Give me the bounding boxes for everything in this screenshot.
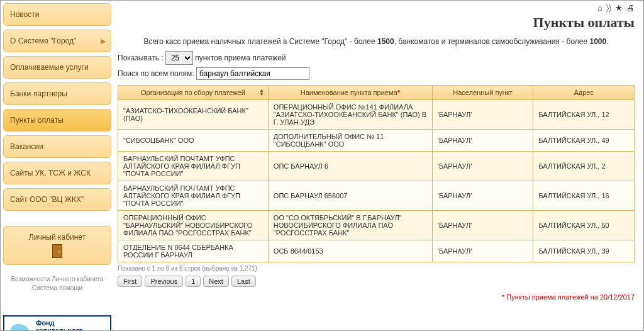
sidebar-item-3[interactable]: Банки-партнеры	[3, 82, 111, 105]
cell-name: ОПС БАРНАУЛ 656007	[268, 181, 432, 211]
cell-city: 'БАРНАУЛ'	[432, 240, 533, 262]
search-row: Поиск по всем полям:	[118, 67, 635, 80]
table-row: "АЗИАТСКО-ТИХООКЕАНСКИЙ БАНК" (ПАО)ОПЕРА…	[118, 100, 635, 130]
sidebar-item-0[interactable]: Новости	[3, 3, 111, 26]
cell-name: ОПЕРАЦИОННЫЙ ОФИС №141 ФИЛИАЛА "АЗИАТСКО…	[268, 100, 432, 130]
sidebar-item-label: Вакансии	[10, 142, 43, 151]
rss-icon[interactable]: 〉〉	[606, 3, 611, 13]
table-row: ОПЕРАЦИОННЫЙ ОФИС "БАРНАУЛЬСКИЙ" НОВОСИБ…	[118, 211, 635, 240]
fund-logo-icon	[8, 322, 33, 331]
cell-addr: БАЛТИЙСКАЯ УЛ., 2	[533, 152, 635, 181]
cell-org: БАРНАУЛЬСКИЙ ПОЧТАМТ УФПС АЛТАЙСКОГО КРА…	[118, 181, 269, 211]
pager: First Previous 1 Next Last	[118, 276, 635, 287]
sidebar-badge[interactable]: Фонд капитального ремонта МКД Алтайского…	[3, 315, 111, 331]
sidebar-item-6[interactable]: Сайты УК, ТСЖ и ЖСК	[3, 162, 111, 184]
sidebar-item-label: О Системе "Город"	[10, 36, 76, 45]
sidebar-item-label: Сайты УК, ТСЖ и ЖСК	[10, 169, 91, 177]
sidebar-cabinet[interactable]: Личный кабинет	[3, 226, 111, 265]
cell-org: ОТДЕЛЕНИЕ N 8644 СБЕРБАНКА РОССИИ Г БАРН…	[118, 240, 269, 262]
page-title: Пункты оплаты	[118, 14, 635, 31]
cell-name: ОСБ 8644/0153	[268, 240, 432, 262]
show-row: Показывать : 25 пунктов приема платежей	[118, 51, 635, 65]
footnote: * Пункты приема платежей на 20/12/2017	[118, 293, 635, 301]
pager-page-1[interactable]: 1	[186, 276, 201, 287]
table-row: БАРНАУЛЬСКИЙ ПОЧТАМТ УФПС АЛТАЙСКОГО КРА…	[118, 152, 635, 181]
sidebar-item-label: Новости	[10, 10, 39, 19]
cell-org: ОПЕРАЦИОННЫЙ ОФИС "БАРНАУЛЬСКИЙ" НОВОСИБ…	[118, 211, 269, 240]
cell-addr: БАЛТИЙСКАЯ УЛ., 39	[533, 240, 635, 262]
sidebar-item-4[interactable]: Пункты оплаты	[3, 109, 111, 132]
cell-org: "СИБСОЦБАНК" ООО	[118, 130, 269, 152]
pager-first[interactable]: First	[118, 276, 142, 287]
sidebar-item-label: Банки-партнеры	[10, 89, 67, 98]
sidebar-hint: Возможности Личного кабинета Система пом…	[3, 275, 111, 293]
cell-addr: БАЛТИЙСКАЯ УЛ., 50	[533, 211, 635, 240]
table-row: ОТДЕЛЕНИЕ N 8644 СБЕРБАНКА РОССИИ Г БАРН…	[118, 240, 635, 262]
door-icon	[52, 244, 62, 258]
th-name[interactable]: Наименование пункта приема*	[268, 86, 432, 100]
star-icon[interactable]: ★	[615, 3, 623, 13]
th-city[interactable]: Населенный пункт	[432, 86, 533, 100]
sidebar-item-label: Оплачиваемые услуги	[10, 63, 89, 72]
main-content: ⌂ 〉〉 ★ 🖨 Пункты оплаты Всего касс приема…	[114, 1, 643, 331]
sidebar-item-label: Пункты оплаты	[10, 116, 64, 125]
chevron-right-icon: ▶	[101, 37, 106, 45]
sidebar-cabinet-label: Личный кабинет	[29, 233, 86, 242]
sidebar-item-label: Сайт ООО "ВЦ ЖКХ"	[10, 195, 84, 204]
home-icon[interactable]: ⌂	[597, 3, 602, 13]
cell-city: 'БАРНАУЛ'	[432, 100, 533, 130]
cell-addr: БАЛТИЙСКАЯ УЛ., 49	[533, 130, 635, 152]
th-addr[interactable]: Адрес	[533, 86, 635, 100]
sidebar-item-2[interactable]: Оплачиваемые услуги	[3, 56, 111, 79]
pager-next[interactable]: Next	[203, 276, 229, 287]
cell-city: 'БАРНАУЛ'	[432, 181, 533, 211]
sidebar-item-7[interactable]: Сайт ООО "ВЦ ЖКХ"	[3, 188, 111, 211]
cell-name: ОО "СО ОКТЯБРЬСКИЙ" В Г.БАРНАУЛ" НОВОСИБ…	[268, 211, 432, 240]
table-row: "СИБСОЦБАНК" ОООДОПОЛНИТЕЛЬНЫЙ ОФИС № 11…	[118, 130, 635, 152]
top-icons: ⌂ 〉〉 ★ 🖨	[597, 3, 635, 13]
results-table: Организация по сбору платежей ▲▼ Наимено…	[118, 85, 635, 262]
intro-text: Всего касс приема наличных платежей в Си…	[118, 37, 635, 46]
cell-org: "АЗИАТСКО-ТИХООКЕАНСКИЙ БАНК" (ПАО)	[118, 100, 269, 130]
sidebar-item-5[interactable]: Вакансии	[3, 135, 111, 158]
cell-name: ДОПОЛНИТЕЛЬНЫЙ ОФИС № 11 "СИБСОЦБАНК" ОО…	[268, 130, 432, 152]
pager-prev[interactable]: Previous	[145, 276, 183, 287]
sidebar-item-1[interactable]: О Системе "Город"▶	[3, 30, 111, 52]
sidebar-badge-text: Фонд капитального ремонта МКД Алтайского…	[36, 319, 88, 331]
table-row: БАРНАУЛЬСКИЙ ПОЧТАМТ УФПС АЛТАЙСКОГО КРА…	[118, 181, 635, 211]
print-icon[interactable]: 🖨	[626, 3, 635, 13]
th-org[interactable]: Организация по сбору платежей ▲▼	[118, 86, 269, 100]
cell-addr: БАЛТИЙСКАЯ УЛ., 16	[533, 181, 635, 211]
cell-name: ОПС БАРНАУЛ 6	[268, 152, 432, 181]
cell-city: 'БАРНАУЛ'	[432, 152, 533, 181]
search-input[interactable]	[196, 67, 309, 80]
cell-city: 'БАРНАУЛ'	[432, 211, 533, 240]
sort-icon: ▲▼	[259, 89, 264, 97]
cell-city: 'БАРНАУЛ'	[432, 130, 533, 152]
sidebar: НовостиО Системе "Город"▶Оплачиваемые ус…	[1, 1, 114, 331]
cell-org: БАРНАУЛЬСКИЙ ПОЧТАМТ УФПС АЛТАЙСКОГО КРА…	[118, 152, 269, 181]
pager-last[interactable]: Last	[231, 276, 256, 287]
cell-addr: БАЛТИЙСКАЯ УЛ., 12	[533, 100, 635, 130]
table-info: Показано с 1 по 6 из 6 строк (выбрано из…	[118, 265, 635, 272]
per-page-select[interactable]: 25	[165, 51, 193, 65]
